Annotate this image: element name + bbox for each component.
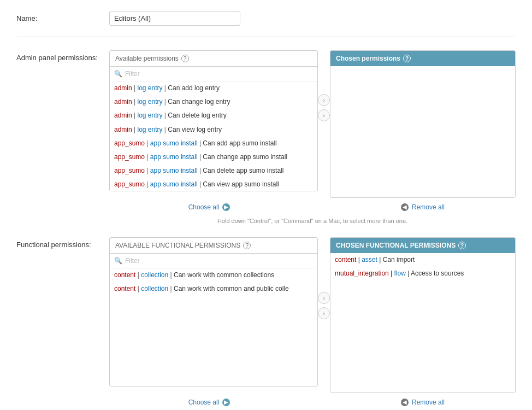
list-item[interactable]: app_sumo | app sumo install | Can delete… — [110, 164, 317, 178]
admin-remove-all-icon: ◀ — [401, 203, 409, 211]
functional-chosen-panel: CHOSEN FUNCTIONAL PERMISSIONS ? content … — [330, 237, 516, 393]
admin-chosen-header: Chosen permissions ? — [330, 51, 515, 66]
list-item[interactable]: content | collection | Can work with com… — [110, 282, 317, 296]
functional-remove-all-label: Remove all — [412, 399, 445, 406]
admin-actions-row: Choose all ▶ ◀ Remove all — [109, 200, 516, 214]
admin-filter-input[interactable] — [125, 70, 313, 78]
admin-filter-row: 🔍 — [110, 67, 317, 81]
functional-arrow-col: › ‹ — [318, 237, 330, 319]
functional-chosen-list[interactable]: content | asset | Can import mutual_inte… — [330, 253, 515, 393]
list-item[interactable]: admin | log entry | Can add log entry — [110, 81, 317, 95]
functional-move-left-button[interactable]: ‹ — [318, 307, 330, 319]
admin-remove-all-wrapper: ◀ Remove all — [330, 200, 516, 214]
functional-remove-all-row: ◀ Remove all — [397, 395, 449, 409]
admin-permissions-wrapper: Available permissions ? 🔍 admin | log en… — [109, 50, 516, 224]
admin-move-right-button[interactable]: › — [318, 94, 330, 106]
name-label: Name: — [16, 11, 109, 22]
list-item[interactable]: content | collection | Can work with com… — [110, 268, 317, 282]
name-row: Name: — [16, 11, 516, 37]
functional-available-header: AVAILABLE FUNCTIONAL PERMISSIONS ? — [110, 238, 317, 254]
functional-remove-all-icon: ◀ — [401, 399, 409, 406]
functional-choose-all-link[interactable]: Choose all ▶ — [188, 399, 230, 406]
functional-available-panel: AVAILABLE FUNCTIONAL PERMISSIONS ? 🔍 con… — [109, 237, 318, 386]
admin-available-panel: Available permissions ? 🔍 admin | log en… — [109, 50, 318, 191]
admin-arrow-spacer — [314, 200, 326, 214]
functional-permissions-wrapper: AVAILABLE FUNCTIONAL PERMISSIONS ? 🔍 con… — [109, 237, 516, 410]
list-item[interactable]: app_sumo | app sumo install | Can change… — [110, 150, 317, 164]
functional-search-icon: 🔍 — [114, 257, 122, 265]
admin-chosen-help-icon[interactable]: ? — [403, 55, 411, 62]
list-item[interactable]: admin | log entry | Can change log entry — [110, 95, 317, 109]
functional-available-title: AVAILABLE FUNCTIONAL PERMISSIONS — [115, 242, 240, 249]
functional-available-help-icon[interactable]: ? — [243, 242, 251, 249]
admin-available-list[interactable]: admin | log entry | Can add log entry ad… — [110, 81, 317, 191]
functional-filter-input[interactable] — [125, 257, 313, 265]
functional-panels-and-arrows: AVAILABLE FUNCTIONAL PERMISSIONS ? 🔍 con… — [109, 237, 516, 393]
list-item[interactable]: admin | log entry | Can view log entry — [110, 123, 317, 137]
list-item[interactable]: app_sumo | app sumo install | Can add ap… — [110, 137, 317, 150]
functional-chosen-header: CHOSEN FUNCTIONAL PERMISSIONS ? — [330, 238, 515, 253]
functional-available-list[interactable]: content | collection | Can work with com… — [110, 268, 317, 386]
list-item[interactable]: admin | log entry | Can delete log entry — [110, 109, 317, 122]
admin-choose-all-icon: ▶ — [222, 203, 230, 211]
admin-available-help-icon[interactable]: ? — [181, 55, 189, 62]
functional-choose-all-row: Choose all ▶ — [184, 395, 235, 409]
functional-choose-all-icon: ▶ — [222, 399, 230, 406]
admin-chosen-list[interactable] — [330, 66, 515, 197]
functional-chosen-help-icon[interactable]: ? — [458, 242, 466, 249]
functional-move-right-button[interactable]: › — [318, 292, 330, 304]
admin-remove-all-link[interactable]: ◀ Remove all — [401, 203, 445, 211]
functional-actions-row: Choose all ▶ ◀ Remove all — [109, 395, 516, 409]
list-item[interactable]: content | asset | Can import — [330, 253, 515, 267]
functional-remove-all-link[interactable]: ◀ Remove all — [401, 399, 445, 406]
admin-chosen-title: Chosen permissions — [336, 55, 400, 62]
admin-search-icon: 🔍 — [114, 70, 122, 78]
name-input[interactable] — [109, 11, 240, 26]
admin-choose-all-label: Choose all — [188, 203, 220, 211]
functional-permissions-row: Functional permissions: AVAILABLE FUNCTI… — [16, 237, 516, 410]
admin-choose-all-row: Choose all ▶ — [184, 200, 235, 214]
admin-permissions-label: Admin panel permissions: — [16, 50, 109, 62]
list-item[interactable]: mutual_integration | flow | Access to so… — [330, 267, 515, 280]
functional-choose-all-label: Choose all — [188, 399, 220, 406]
functional-choose-all-wrapper: Choose all ▶ — [109, 395, 309, 409]
functional-remove-all-wrapper: ◀ Remove all — [330, 395, 516, 409]
list-item[interactable]: app_sumo | app sumo install | Can view a… — [110, 178, 317, 191]
functional-chosen-title: CHOSEN FUNCTIONAL PERMISSIONS — [336, 242, 456, 249]
functional-permissions-label: Functional permissions: — [16, 237, 109, 249]
functional-filter-row: 🔍 — [110, 254, 317, 268]
admin-choose-all-wrapper: Choose all ▶ — [109, 200, 309, 214]
admin-choose-all-link[interactable]: Choose all ▶ — [188, 203, 230, 211]
admin-remove-all-label: Remove all — [412, 203, 445, 211]
admin-panels-and-arrows: Available permissions ? 🔍 admin | log en… — [109, 50, 516, 198]
functional-arrow-spacer — [314, 395, 326, 409]
admin-available-header: Available permissions ? — [110, 51, 317, 67]
admin-help-text: Hold down "Control", or "Command" on a M… — [109, 218, 516, 224]
admin-remove-all-row: ◀ Remove all — [397, 200, 449, 214]
admin-chosen-panel: Chosen permissions ? — [330, 50, 516, 198]
admin-move-left-button[interactable]: ‹ — [318, 109, 330, 121]
admin-arrow-col: › ‹ — [318, 50, 330, 121]
admin-available-title: Available permissions — [115, 55, 179, 62]
admin-permissions-row: Admin panel permissions: Available permi… — [16, 50, 516, 224]
